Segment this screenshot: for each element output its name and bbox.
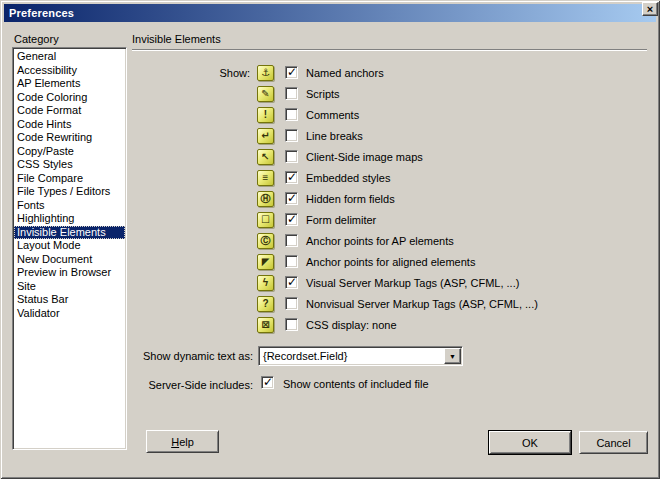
ap-anchor-point-icon: Ⓒ — [257, 233, 274, 249]
option-label: Anchor points for aligned elements — [306, 256, 475, 268]
category-item-css-styles[interactable]: CSS Styles — [14, 158, 125, 172]
close-icon: × — [647, 4, 653, 15]
option-row-anchor-points-for-ap-elements: ⒸAnchor points for AP elements — [200, 230, 538, 251]
checkbox-hidden-form-fields[interactable] — [285, 192, 298, 205]
hidden-form-field-icon: Ⓗ — [257, 191, 274, 207]
aligned-anchor-point-icon: ◤ — [257, 254, 274, 270]
checkbox-form-delimiter[interactable] — [285, 213, 298, 226]
nonvisual-server-markup-icon: ? — [257, 296, 274, 312]
option-label: Embedded styles — [306, 172, 390, 184]
category-item-fonts[interactable]: Fonts — [14, 199, 125, 213]
option-row-anchor-points-for-aligned-elements: ◤Anchor points for aligned elements — [200, 251, 538, 272]
option-row-embedded-styles: ≡Embedded styles — [200, 167, 538, 188]
category-item-validator[interactable]: Validator — [14, 307, 125, 321]
checkbox-client-side-image-maps[interactable] — [285, 150, 298, 163]
option-label: Line breaks — [306, 130, 363, 142]
checkbox-nonvisual-server-markup-tags-asp-cfml[interactable] — [285, 297, 298, 310]
chevron-down-icon: ▼ — [449, 353, 456, 360]
category-item-code-format[interactable]: Code Format — [14, 104, 125, 118]
scripts-icon: ✎ — [257, 86, 274, 102]
category-item-highlighting[interactable]: Highlighting — [14, 212, 125, 226]
option-label: Hidden form fields — [306, 193, 395, 205]
option-label: Anchor points for AP elements — [306, 235, 454, 247]
cancel-button[interactable]: Cancel — [579, 431, 648, 454]
category-item-file-types-editors[interactable]: File Types / Editors — [14, 185, 125, 199]
checkbox-named-anchors[interactable] — [285, 66, 298, 79]
window-title: Preferences — [9, 7, 74, 19]
preferences-dialog: Preferences × Category GeneralAccessibil… — [0, 0, 660, 479]
option-label: Nonvisual Server Markup Tags (ASP, CFML,… — [306, 298, 538, 310]
category-item-file-compare[interactable]: File Compare — [14, 172, 125, 186]
category-item-invisible-elements[interactable]: Invisible Elements — [14, 226, 125, 240]
comments-icon: ! — [257, 107, 274, 123]
ok-button[interactable]: OK — [489, 431, 571, 454]
option-row-named-anchors: Show:⚓Named anchors — [200, 62, 538, 83]
option-row-client-side-image-maps: ↖Client-Side image maps — [200, 146, 538, 167]
option-row-comments: !Comments — [200, 104, 538, 125]
option-label: Form delimiter — [306, 214, 376, 226]
option-row-scripts: ✎Scripts — [200, 83, 538, 104]
help-button[interactable]: Help — [146, 430, 219, 453]
category-item-layout-mode[interactable]: Layout Mode — [14, 239, 125, 253]
titlebar[interactable]: Preferences — [4, 4, 656, 22]
category-item-code-hints[interactable]: Code Hints — [14, 118, 125, 132]
visual-server-markup-icon: ϟ — [257, 275, 274, 291]
embedded-styles-icon: ≡ — [257, 170, 274, 186]
option-label: CSS display: none — [306, 319, 397, 331]
server-side-includes-checkbox[interactable] — [261, 376, 274, 389]
category-item-copy-paste[interactable]: Copy/Paste — [14, 145, 125, 159]
panel-title: Invisible Elements — [132, 33, 221, 45]
checkbox-css-display-none[interactable] — [285, 318, 298, 331]
panel-separator — [132, 49, 647, 51]
close-button[interactable]: × — [642, 2, 658, 16]
options-list: Show:⚓Named anchors✎Scripts!Comments↵Lin… — [200, 62, 538, 335]
css-display-none-icon: ⊠ — [257, 317, 274, 333]
category-item-general[interactable]: General — [14, 50, 125, 64]
option-row-nonvisual-server-markup-tags-asp-cfml: ?Nonvisual Server Markup Tags (ASP, CFML… — [200, 293, 538, 314]
option-row-line-breaks: ↵Line breaks — [200, 125, 538, 146]
named-anchor-icon: ⚓ — [257, 65, 274, 81]
category-item-accessibility[interactable]: Accessibility — [14, 64, 125, 78]
server-side-includes-option-label: Show contents of included file — [283, 378, 429, 390]
form-delimiter-icon: ☐ — [257, 212, 274, 228]
server-side-includes-label: Server-Side includes: — [132, 379, 253, 391]
combobox-value: {Recordset.Field} — [259, 350, 443, 362]
combobox-dropdown-button[interactable]: ▼ — [444, 348, 461, 364]
dynamic-text-combobox[interactable]: {Recordset.Field} ▼ — [258, 346, 463, 366]
checkbox-scripts[interactable] — [285, 87, 298, 100]
checkbox-embedded-styles[interactable] — [285, 171, 298, 184]
line-break-icon: ↵ — [257, 128, 274, 144]
category-item-new-document[interactable]: New Document — [14, 253, 125, 267]
category-item-code-coloring[interactable]: Code Coloring — [14, 91, 125, 105]
checkbox-anchor-points-for-ap-elements[interactable] — [285, 234, 298, 247]
option-label: Scripts — [306, 88, 340, 100]
category-list[interactable]: GeneralAccessibilityAP ElementsCode Colo… — [12, 47, 127, 450]
option-row-form-delimiter: ☐Form delimiter — [200, 209, 538, 230]
option-label: Visual Server Markup Tags (ASP, CFML, ..… — [306, 277, 519, 289]
option-row-visual-server-markup-tags-asp-cfml: ϟVisual Server Markup Tags (ASP, CFML, .… — [200, 272, 538, 293]
option-label: Client-Side image maps — [306, 151, 423, 163]
checkbox-comments[interactable] — [285, 108, 298, 121]
category-item-site[interactable]: Site — [14, 280, 125, 294]
show-label: Show: — [200, 67, 250, 79]
option-row-css-display-none: ⊠CSS display: none — [200, 314, 538, 335]
checkbox-anchor-points-for-aligned-elements[interactable] — [285, 255, 298, 268]
category-item-ap-elements[interactable]: AP Elements — [14, 77, 125, 91]
option-label: Comments — [306, 109, 359, 121]
image-map-icon: ↖ — [257, 149, 274, 165]
category-label: Category — [14, 33, 59, 45]
category-item-status-bar[interactable]: Status Bar — [14, 293, 125, 307]
category-item-code-rewriting[interactable]: Code Rewriting — [14, 131, 125, 145]
checkbox-visual-server-markup-tags-asp-cfml[interactable] — [285, 276, 298, 289]
dynamic-text-label: Show dynamic text as: — [132, 350, 253, 362]
checkbox-line-breaks[interactable] — [285, 129, 298, 142]
option-row-hidden-form-fields: ⒽHidden form fields — [200, 188, 538, 209]
option-label: Named anchors — [306, 67, 384, 79]
category-item-preview-in-browser[interactable]: Preview in Browser — [14, 266, 125, 280]
